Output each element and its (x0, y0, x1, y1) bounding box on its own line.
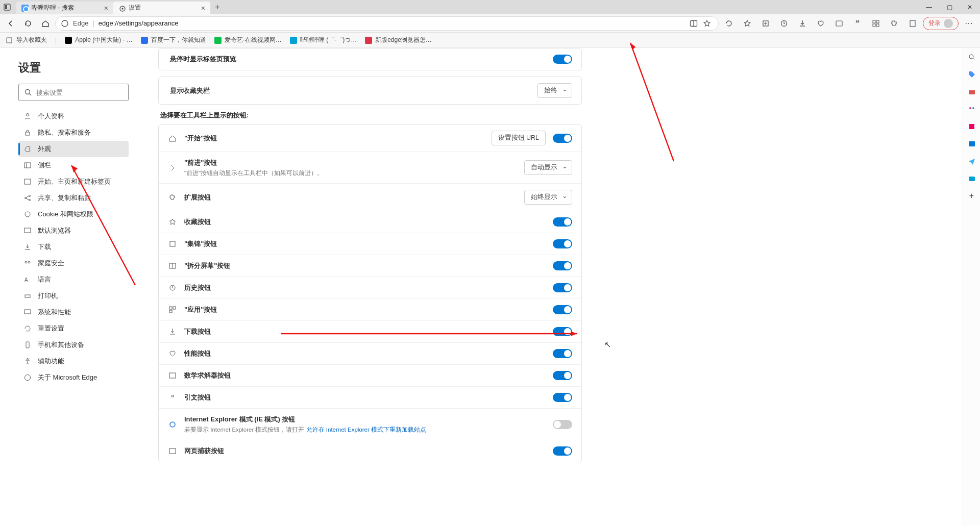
performance-icon[interactable] (813, 15, 829, 32)
sidepanel-bilibili-icon[interactable] (967, 173, 977, 184)
nav-accessibility[interactable]: 辅助功能 (18, 353, 129, 369)
settings-search-input[interactable] (36, 89, 123, 96)
sidepanel-add-icon[interactable]: + (967, 191, 977, 201)
star-icon (168, 217, 177, 227)
row-history-button: 历史按钮 (159, 277, 581, 299)
bookmark-baidu[interactable]: 百度一下，你就知道 (141, 36, 206, 44)
nav-startpage[interactable]: 开始、主页和新建标签页 (18, 173, 129, 190)
dropdown-forward[interactable]: 自动显示 (524, 160, 572, 175)
row-split-screen-button: "拆分屏幕"按钮 (159, 255, 581, 277)
nav-share[interactable]: 共享、复制和粘贴 (18, 190, 129, 206)
toggle-hover-preview[interactable] (553, 55, 572, 64)
toggle-download[interactable] (553, 327, 572, 336)
extensions-icon[interactable] (886, 15, 902, 32)
row-performance-button: 性能按钮 (159, 343, 581, 365)
sidepanel-tag-icon[interactable] (967, 69, 977, 80)
maximize-button[interactable]: ▢ (939, 0, 960, 14)
annotation-arrow-split-icon (625, 34, 676, 166)
nav-reset[interactable]: 重置设置 (18, 320, 129, 337)
login-label: 登录 (928, 19, 941, 28)
back-button[interactable] (3, 16, 18, 31)
more-icon[interactable]: ⋯ (961, 15, 977, 32)
star-add-icon[interactable] (703, 19, 711, 28)
nav-family[interactable]: 家庭安全 (18, 255, 129, 271)
svg-rect-23 (24, 179, 31, 184)
new-tab-button[interactable]: + (210, 0, 225, 14)
sidepanel-outlook-icon[interactable] (967, 139, 977, 149)
math-icon[interactable] (831, 15, 847, 32)
toggle-home-button[interactable] (553, 134, 572, 143)
svg-point-50 (969, 107, 971, 109)
nav-phone[interactable]: 手机和其他设备 (18, 337, 129, 353)
toggle-favorites[interactable] (553, 217, 572, 227)
nav-appearance[interactable]: 外观 (18, 141, 129, 157)
svg-rect-14 (873, 24, 875, 27)
settings-title: 设置 (18, 60, 129, 76)
svg-rect-32 (25, 295, 30, 297)
nav-system[interactable]: 系统和性能 (18, 304, 129, 320)
toggle-collections[interactable] (553, 239, 572, 248)
sidepanel-search-icon[interactable] (967, 52, 977, 62)
citation-icon[interactable]: ” (849, 15, 866, 32)
bookmark-iqiyi[interactable]: 爱奇艺-在线视频网… (214, 36, 282, 44)
close-icon[interactable]: × (201, 4, 205, 12)
set-home-url-button[interactable]: 设置按钮 URL (492, 131, 546, 145)
downloads-icon[interactable] (794, 15, 811, 32)
refresh-button[interactable] (20, 16, 36, 31)
bookmark-bilibili[interactable]: 哔哩哔哩 (゜-゜)つ… (290, 36, 357, 44)
svg-line-55 (630, 43, 674, 161)
toggle-history[interactable] (553, 283, 572, 292)
row-apps-button: "应用"按钮 (159, 299, 581, 321)
nav-sidebar[interactable]: 侧栏 (18, 157, 129, 173)
svg-rect-41 (169, 307, 172, 309)
tab-actions-icon[interactable] (0, 0, 14, 14)
apps-icon[interactable] (868, 15, 884, 32)
settings-search[interactable] (18, 84, 129, 101)
bookmark-apple[interactable]: Apple (中国大陆) - … (65, 36, 133, 44)
ie-mode-link[interactable]: 允许在 Internet Explorer 模式下重新加载站点 (306, 427, 426, 433)
toggle-webcapture[interactable] (553, 446, 572, 456)
collections-icon[interactable] (757, 15, 774, 32)
nav-privacy[interactable]: 隐私、搜索和服务 (18, 124, 129, 141)
history-icon[interactable] (776, 15, 792, 32)
bookmark-import[interactable]: 导入收藏夹 (5, 36, 47, 44)
favorites-icon[interactable] (739, 15, 755, 32)
bookmark-edge-guide[interactable]: 新版edge浏览器怎… (365, 36, 432, 44)
svg-line-18 (30, 94, 32, 96)
toggle-math[interactable] (553, 371, 572, 380)
close-window-button[interactable]: ✕ (960, 0, 980, 14)
nav-languages[interactable]: A语言 (18, 271, 129, 288)
toggle-ie-mode[interactable] (553, 420, 572, 429)
tab-bilibili-search[interactable]: 哔哩哔哩 - 搜索 × (16, 2, 113, 14)
nav-profile[interactable]: 个人资料 (18, 108, 129, 124)
toggle-performance[interactable] (553, 349, 572, 358)
svg-point-51 (972, 107, 974, 109)
address-bar[interactable]: Edge | edge://settings/appearance (55, 16, 719, 31)
home-button[interactable] (38, 16, 53, 31)
sidepanel-briefcase-icon[interactable] (967, 87, 977, 97)
tab-settings[interactable]: 设置 × (113, 2, 210, 14)
dropdown-favorites-bar[interactable]: 始终 (537, 83, 572, 98)
split-screen-icon[interactable] (690, 19, 698, 28)
svg-rect-13 (876, 20, 879, 23)
toggle-split-screen[interactable] (553, 261, 572, 270)
nav-default-browser[interactable]: 默认浏览器 (18, 222, 129, 239)
nav-printers[interactable]: 打印机 (18, 288, 129, 304)
dropdown-extensions[interactable]: 始终显示 (524, 190, 572, 205)
svg-point-4 (62, 20, 68, 27)
toggle-apps[interactable] (553, 305, 572, 314)
reader-icon[interactable] (904, 15, 921, 32)
sidepanel-send-icon[interactable] (967, 156, 977, 166)
login-button[interactable]: 登录 (923, 17, 959, 30)
nav-cookies[interactable]: Cookie 和网站权限 (18, 206, 129, 222)
sidepanel-office-icon[interactable] (967, 121, 977, 132)
toggle-citation[interactable] (553, 393, 572, 402)
nav-downloads[interactable]: 下载 (18, 239, 129, 255)
sidepanel-people-icon[interactable] (967, 104, 977, 114)
nav-about[interactable]: 关于 Microsoft Edge (18, 369, 129, 386)
close-icon[interactable]: × (104, 4, 108, 12)
refresh-sync-icon[interactable] (721, 15, 737, 32)
minimize-button[interactable]: — (919, 0, 939, 14)
svg-point-27 (25, 212, 30, 217)
svg-point-19 (27, 114, 29, 116)
